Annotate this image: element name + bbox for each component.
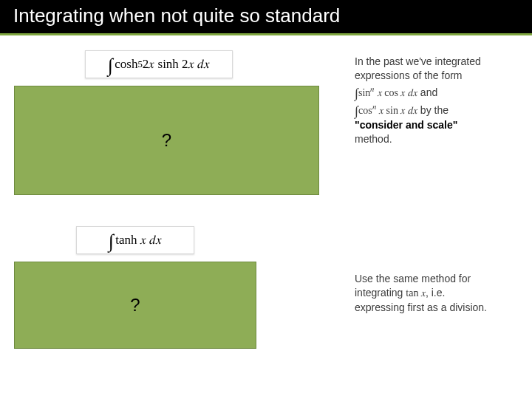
content-area: ∫ cosh5 2𝑥 sinh 2𝑥 𝑑𝑥 ? In the past we'v… bbox=[0, 35, 532, 399]
equation-card-1: ∫ cosh5 2𝑥 sinh 2𝑥 𝑑𝑥 bbox=[85, 50, 233, 78]
equation-text-1b: 2𝑥 sinh 2𝑥 𝑑𝑥 bbox=[143, 57, 210, 72]
reveal-box-2[interactable]: ? bbox=[14, 262, 256, 349]
integral-symbol: ∫ bbox=[108, 55, 113, 77]
side2-line2: integrating tan 𝑥, i.e. bbox=[355, 286, 510, 301]
reveal-box-1[interactable]: ? bbox=[14, 86, 319, 195]
side-note-1: In the past we've integrated expressions… bbox=[355, 55, 510, 146]
side2-line3: expressing first as a division. bbox=[355, 301, 510, 315]
equation-card-2: ∫ tanh 𝑥 𝑑𝑥 bbox=[76, 226, 194, 254]
reveal-mark-1: ? bbox=[162, 130, 171, 151]
page-title: Integrating when not quite so standard bbox=[0, 0, 532, 35]
slide: Integrating when not quite so standard ∫… bbox=[0, 0, 532, 399]
side1-line6: method. bbox=[355, 132, 510, 146]
side1-line3: ∫sin𝑛 𝑥 cos 𝑥 𝑑𝑥 and bbox=[355, 83, 510, 100]
side-note-2: Use the same method for integrating tan … bbox=[355, 272, 510, 315]
equation-text-2: tanh 𝑥 𝑑𝑥 bbox=[115, 233, 162, 248]
side1-line2: expressions of the form bbox=[355, 69, 510, 83]
side1-line4: ∫cos𝑛 𝑥 sin 𝑥 𝑑𝑥 by the bbox=[355, 100, 510, 118]
int-icon: ∫ bbox=[355, 84, 358, 102]
side1-line1: In the past we've integrated bbox=[355, 55, 510, 69]
equation-text-1a: cosh bbox=[115, 57, 137, 72]
int-icon: ∫ bbox=[355, 102, 358, 120]
side1-line5: "consider and scale" bbox=[355, 118, 510, 132]
side2-line1: Use the same method for bbox=[355, 272, 510, 286]
reveal-mark-2: ? bbox=[130, 295, 140, 316]
integral-symbol: ∫ bbox=[109, 231, 114, 253]
